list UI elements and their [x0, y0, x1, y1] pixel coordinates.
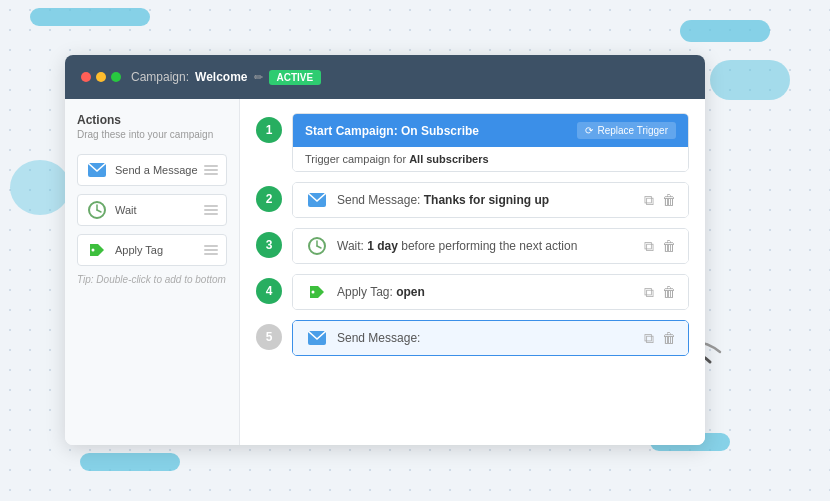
action-item-left: Send a Message [86, 162, 198, 178]
action-item-left-wait: Wait [86, 202, 137, 218]
actions-title: Actions [77, 113, 227, 127]
delete-button-4[interactable]: 🗑 [662, 284, 676, 300]
replace-trigger-label: Replace Trigger [597, 125, 668, 136]
copy-button-2[interactable]: ⧉ [644, 192, 654, 209]
title-text: Campaign: Welcome ✏ ACTIVE [131, 70, 321, 85]
card-actions-3: ⧉ 🗑 [644, 238, 676, 255]
copy-button-3[interactable]: ⧉ [644, 238, 654, 255]
card-left-5: Send Message: [305, 329, 420, 347]
main-window: Campaign: Welcome ✏ ACTIVE Actions Drag … [65, 55, 705, 445]
trigger-body: Trigger campaign for All subscribers [293, 147, 688, 171]
drag-handle-wait [204, 205, 218, 215]
step-row-5: 5 Send Message: [256, 320, 689, 356]
tip-content: Tip: Double-click to add to bottom [77, 274, 226, 285]
edit-title-icon[interactable]: ✏ [254, 71, 263, 84]
delete-button-5[interactable]: 🗑 [662, 330, 676, 346]
step-number-1: 1 [256, 117, 282, 143]
card-bold-4: open [396, 285, 425, 299]
step-number-2: 2 [256, 186, 282, 212]
decorative-blob-2 [680, 20, 770, 42]
window-content: Actions Drag these into your campaign Se… [65, 99, 705, 445]
clock-action-icon [86, 202, 108, 218]
action-label-send-message: Send a Message [115, 164, 198, 176]
regular-card-4: Apply Tag: open ⧉ 🗑 [293, 275, 688, 309]
drag-handle-apply-tag [204, 245, 218, 255]
title-name: Welcome [195, 70, 247, 84]
regular-card-5: Send Message: ⧉ 🗑 [293, 321, 688, 355]
trigger-bold: On Subscribe [401, 124, 479, 138]
decorative-blob-1 [30, 8, 150, 26]
actions-subtitle: Drag these into your campaign [77, 129, 227, 140]
regular-card-3: Wait: 1 day before performing the next a… [293, 229, 688, 263]
action-item-wait[interactable]: Wait [77, 194, 227, 226]
svg-line-6 [97, 210, 101, 212]
dot-yellow[interactable] [96, 72, 106, 82]
window-dots [81, 72, 121, 82]
action-item-apply-tag[interactable]: Apply Tag [77, 234, 227, 266]
card-label-5: Send Message: [337, 331, 420, 345]
title-bar: Campaign: Welcome ✏ ACTIVE [65, 55, 705, 99]
tip-text: Tip: Double-click to add to bottom [77, 274, 227, 285]
action-label-apply-tag: Apply Tag [115, 244, 163, 256]
tag-icon-4 [305, 283, 329, 301]
dot-red[interactable] [81, 72, 91, 82]
active-badge: ACTIVE [269, 70, 322, 85]
decorative-blob-5 [10, 160, 70, 215]
card-bold-3: 1 day [367, 239, 398, 253]
step-card-3: Wait: 1 day before performing the next a… [292, 228, 689, 264]
step-number-3: 3 [256, 232, 282, 258]
trigger-header: Start Campaign: On Subscribe ⟳ Replace T… [293, 114, 688, 147]
clock-icon-3 [305, 237, 329, 255]
card-left-3: Wait: 1 day before performing the next a… [305, 237, 577, 255]
svg-point-7 [92, 249, 95, 252]
card-text-4: Apply Tag: open [337, 285, 425, 299]
card-bold-2: Thanks for signing up [424, 193, 549, 207]
step-card-4: Apply Tag: open ⧉ 🗑 [292, 274, 689, 310]
copy-button-5[interactable]: ⧉ [644, 330, 654, 347]
card-left-4: Apply Tag: open [305, 283, 425, 301]
regular-card-2: Send Message: Thanks for signing up ⧉ 🗑 [293, 183, 688, 217]
step-card-1: Start Campaign: On Subscribe ⟳ Replace T… [292, 113, 689, 172]
delete-button-3[interactable]: 🗑 [662, 238, 676, 254]
svg-line-11 [317, 246, 321, 248]
svg-point-12 [312, 291, 315, 294]
step-row-4: 4 Apply Tag: open [256, 274, 689, 310]
copy-button-4[interactable]: ⧉ [644, 284, 654, 301]
action-item-send-message[interactable]: Send a Message [77, 154, 227, 186]
trigger-body-bold: All subscribers [409, 153, 488, 165]
card-actions-4: ⧉ 🗑 [644, 284, 676, 301]
action-label-wait: Wait [115, 204, 137, 216]
actions-panel: Actions Drag these into your campaign Se… [65, 99, 240, 445]
step-row-2: 2 Send Message: Thanks for signing [256, 182, 689, 218]
refresh-icon: ⟳ [585, 125, 593, 136]
card-label-4: Apply Tag: [337, 285, 396, 299]
card-label-3: Wait: [337, 239, 367, 253]
card-actions-5: ⧉ 🗑 [644, 330, 676, 347]
envelope-icon-2 [305, 191, 329, 209]
card-suffix-3: before performing the next action [398, 239, 577, 253]
trigger-title: Start Campaign: On Subscribe [305, 124, 479, 138]
step-number-4: 4 [256, 278, 282, 304]
step-row-3: 3 Wait: 1 day b [256, 228, 689, 264]
trigger-body-text: Trigger campaign for [305, 153, 409, 165]
decorative-blob-6 [710, 60, 790, 100]
step-number-5: 5 [256, 324, 282, 350]
decorative-blob-3 [80, 453, 180, 471]
envelope-action-icon [86, 162, 108, 178]
step-card-5: Send Message: ⧉ 🗑 [292, 320, 689, 356]
card-text-5: Send Message: [337, 331, 420, 345]
step-row-1: 1 Start Campaign: On Subscribe ⟳ Replace… [256, 113, 689, 172]
envelope-icon-5 [305, 329, 329, 347]
card-left-2: Send Message: Thanks for signing up [305, 191, 549, 209]
replace-trigger-button[interactable]: ⟳ Replace Trigger [577, 122, 676, 139]
card-actions-2: ⧉ 🗑 [644, 192, 676, 209]
drag-handle-send-message [204, 165, 218, 175]
title-prefix: Campaign: [131, 70, 189, 84]
card-text-3: Wait: 1 day before performing the next a… [337, 239, 577, 253]
campaign-area: 1 Start Campaign: On Subscribe ⟳ Replace… [240, 99, 705, 445]
step-card-2: Send Message: Thanks for signing up ⧉ 🗑 [292, 182, 689, 218]
delete-button-2[interactable]: 🗑 [662, 192, 676, 208]
dot-green[interactable] [111, 72, 121, 82]
card-label-2: Send Message: [337, 193, 424, 207]
action-item-left-tag: Apply Tag [86, 242, 163, 258]
